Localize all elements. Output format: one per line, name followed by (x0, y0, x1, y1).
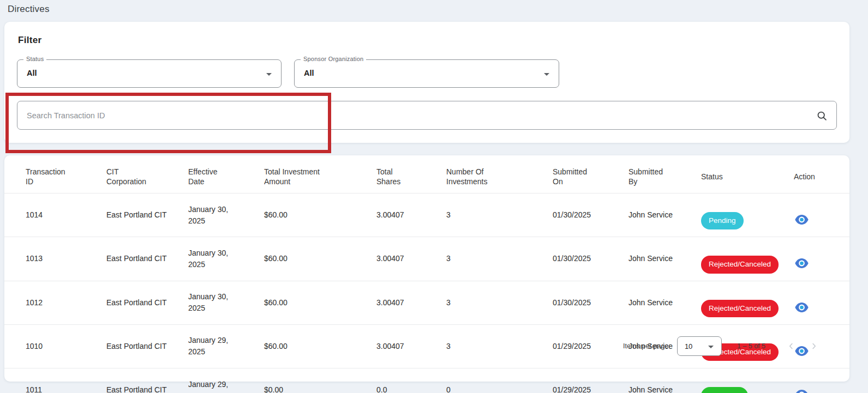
cell-submitted-on: 01/30/2025 (553, 237, 628, 281)
cell-total-shares: 3.00407 (376, 194, 446, 237)
table-row[interactable]: 1011 East Portland CIT January 29, 2025 … (4, 368, 849, 393)
cell-submitted-by: John Service (628, 194, 701, 237)
cell-submitted-by: John Service (628, 368, 701, 393)
cell-status: Complete (701, 368, 794, 393)
page-range-label: 1 – 5 of 5 (737, 342, 765, 350)
cell-action (794, 281, 849, 324)
column-header: Submitted By (628, 155, 701, 194)
table-body: 1014 East Portland CIT January 30, 2025 … (4, 194, 849, 393)
cell-number-of-investments: 3 (446, 194, 553, 237)
cell-submitted-on: 01/30/2025 (553, 194, 628, 237)
table-row[interactable]: 1012 East Portland CIT January 30, 2025 … (4, 281, 849, 324)
page-title: Directives (8, 4, 50, 15)
cell-effective-date: January 30, 2025 (188, 237, 264, 281)
directives-table-card: Transaction IDCIT CorporationEffective D… (4, 155, 849, 382)
cell-submitted-on: 01/29/2025 (553, 368, 628, 393)
cell-transaction-id: 1014 (4, 194, 106, 237)
cell-submitted-on: 01/30/2025 (553, 281, 628, 324)
view-action-eye-icon[interactable] (794, 257, 810, 269)
cell-submitted-by: John Service (628, 281, 701, 324)
status-select-value: All (27, 69, 37, 77)
cell-total-shares: 3.00407 (376, 281, 446, 324)
status-badge: Rejected/Canceled (701, 256, 779, 273)
cell-status: Rejected/Canceled (701, 281, 794, 324)
paginator: Items per page: 10 1 – 5 of 5 (623, 335, 825, 357)
table-header-row: Transaction IDCIT CorporationEffective D… (4, 155, 849, 194)
directives-table: Transaction IDCIT CorporationEffective D… (4, 155, 849, 393)
view-action-eye-icon[interactable] (794, 389, 810, 393)
status-badge: Rejected/Canceled (701, 300, 779, 317)
chevron-down-icon (708, 346, 714, 348)
cell-number-of-investments: 3 (446, 281, 553, 324)
search-transaction-id-input[interactable] (17, 101, 836, 129)
cell-total-investment-amount: $60.00 (264, 237, 376, 281)
column-header: Number Of Investments (446, 155, 553, 194)
cell-transaction-id: 1013 (4, 237, 106, 281)
items-per-page-value: 10 (685, 342, 692, 350)
cell-number-of-investments: 0 (446, 368, 553, 393)
cell-action (794, 237, 849, 281)
cell-total-shares: 3.00407 (376, 324, 446, 368)
column-header: Effective Date (188, 155, 264, 194)
column-header: Action (794, 155, 849, 194)
cell-number-of-investments: 3 (446, 324, 553, 368)
table-row[interactable]: 1014 East Portland CIT January 30, 2025 … (4, 194, 849, 237)
table-row[interactable]: 1013 East Portland CIT January 30, 2025 … (4, 237, 849, 281)
filter-heading: Filter (18, 35, 41, 46)
cell-transaction-id: 1012 (4, 281, 106, 324)
sponsor-select-label: Sponsor Organization (301, 56, 366, 62)
cell-action (794, 194, 849, 237)
status-badge: Complete (701, 387, 748, 393)
column-header: Status (701, 155, 794, 194)
cell-cit-corporation: East Portland CIT (106, 281, 188, 324)
filter-card: Filter Status All Sponsor Organization A… (4, 22, 849, 143)
status-badge: Pending (701, 212, 744, 229)
cell-effective-date: January 29, 2025 (188, 368, 264, 393)
sponsor-select-value: All (304, 69, 314, 77)
status-select[interactable]: Status All (17, 59, 282, 88)
column-header: Submitted On (553, 155, 628, 194)
column-header: Total Investment Amount (264, 155, 376, 194)
cell-number-of-investments: 3 (446, 237, 553, 281)
cell-cit-corporation: East Portland CIT (106, 237, 188, 281)
cell-status: Pending (701, 194, 794, 237)
chevron-down-icon (544, 73, 549, 76)
column-header: Total Shares (376, 155, 446, 194)
search-field-wrap (17, 101, 837, 130)
sponsor-organization-select[interactable]: Sponsor Organization All (294, 59, 559, 88)
cell-action (794, 368, 849, 393)
cell-status: Rejected/Canceled (701, 237, 794, 281)
view-action-eye-icon[interactable] (794, 301, 810, 313)
items-per-page-label: Items per page: (623, 342, 671, 350)
cell-cit-corporation: East Portland CIT (106, 194, 188, 237)
cell-cit-corporation: East Portland CIT (106, 368, 188, 393)
cell-transaction-id: 1010 (4, 324, 106, 368)
column-header: CIT Corporation (106, 155, 188, 194)
cell-cit-corporation: East Portland CIT (106, 324, 188, 368)
status-select-label: Status (23, 56, 46, 62)
cell-submitted-by: John Service (628, 237, 701, 281)
items-per-page-select[interactable]: 10 (677, 336, 722, 356)
column-header: Transaction ID (4, 155, 106, 194)
cell-transaction-id: 1011 (4, 368, 106, 393)
cell-total-shares: 0.0 (376, 368, 446, 393)
cell-submitted-on: 01/29/2025 (553, 324, 628, 368)
cell-total-shares: 3.00407 (376, 237, 446, 281)
search-icon[interactable] (816, 110, 828, 124)
cell-effective-date: January 30, 2025 (188, 194, 264, 237)
cell-total-investment-amount: $60.00 (264, 281, 376, 324)
cell-total-investment-amount: $60.00 (264, 194, 376, 237)
chevron-down-icon (266, 73, 272, 76)
next-page-button[interactable] (803, 338, 825, 354)
previous-page-button[interactable] (780, 338, 803, 354)
cell-total-investment-amount: $60.00 (264, 324, 376, 368)
cell-effective-date: January 30, 2025 (188, 281, 264, 324)
view-action-eye-icon[interactable] (794, 214, 810, 226)
cell-total-investment-amount: $0.00 (264, 368, 376, 393)
cell-effective-date: January 29, 2025 (188, 324, 264, 368)
